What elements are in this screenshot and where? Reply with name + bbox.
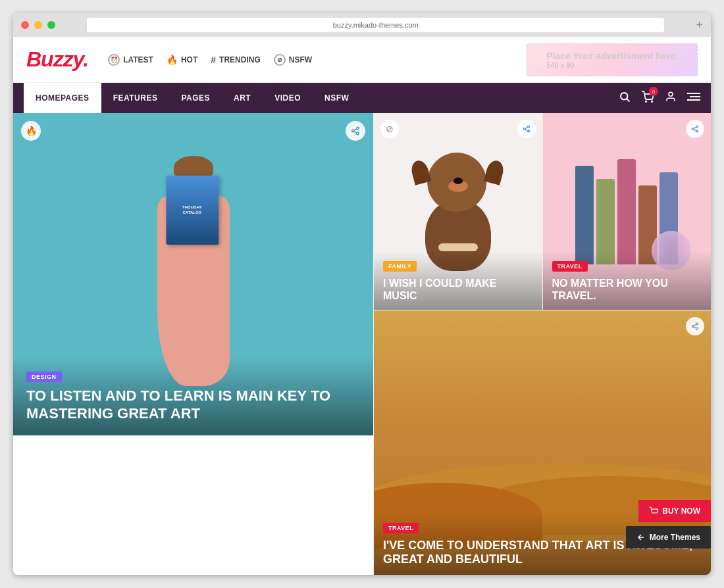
card-dog[interactable]: ⊘ FAMILY I WISH I COULD MAKE MUSIC <box>373 113 542 310</box>
svg-point-3 <box>652 101 653 103</box>
svg-line-12 <box>354 129 357 130</box>
hot-icon: 🔥 <box>21 121 41 141</box>
url-text: buzzy.mikado-themes.com <box>333 21 419 29</box>
svg-point-4 <box>669 92 673 96</box>
travel-badge-books: TRAVEL <box>552 261 588 272</box>
svg-line-22 <box>694 127 696 128</box>
nav-latest-label: LATEST <box>123 55 153 64</box>
nav-latest[interactable]: ⏰ LATEST <box>108 54 153 66</box>
browser-window: buzzy.mikado-themes.com + Buzzy. ⏰ LATES… <box>13 13 711 575</box>
family-badge: FAMILY <box>383 261 417 272</box>
menu-button[interactable] <box>687 92 700 104</box>
site-logo[interactable]: Buzzy. <box>26 47 88 72</box>
minimize-button[interactable] <box>34 21 42 29</box>
main-navigation: HOMEPAGES FEATURES PAGES ART VIDEO NSFW <box>13 83 711 113</box>
card-main-large[interactable]: THOUGHTCATALOG 🔥 D <box>13 113 373 435</box>
desert-share-icon[interactable] <box>686 317 704 335</box>
nav-nsfw[interactable]: ⊘ NSFW <box>274 54 312 66</box>
hash-icon: # <box>211 55 216 65</box>
close-button[interactable] <box>21 21 29 29</box>
svg-point-13 <box>527 126 529 128</box>
svg-point-10 <box>357 132 359 135</box>
svg-point-18 <box>696 126 698 128</box>
svg-point-9 <box>352 130 355 132</box>
maximize-button[interactable] <box>47 21 55 29</box>
ad-text: Place Your advertisment here. 540 x 90 <box>546 51 677 69</box>
svg-line-11 <box>354 132 357 133</box>
card-books-title: NO MATTER HOW YOU TRAVEL. <box>552 277 702 302</box>
no-icon: ⊘ <box>274 54 286 66</box>
svg-line-17 <box>525 127 527 128</box>
svg-point-24 <box>692 326 694 328</box>
nav-art-label: ART <box>234 93 251 103</box>
card-dog-title: I WISH I COULD MAKE MUSIC <box>383 277 533 302</box>
browser-titlebar: buzzy.mikado-themes.com + <box>13 13 711 37</box>
cart-badge: 0 <box>649 87 658 96</box>
card-books-overlay: TRAVEL NO MATTER HOW YOU TRAVEL. <box>543 251 711 310</box>
svg-line-1 <box>627 99 629 101</box>
nsfw-icon: ⊘ <box>380 120 399 138</box>
ad-banner[interactable]: Place Your advertisment here. 540 x 90 <box>527 43 698 76</box>
books-share-icon[interactable] <box>686 120 704 138</box>
user-button[interactable] <box>665 91 677 105</box>
new-tab-button[interactable]: + <box>696 18 703 32</box>
buy-now-label: BUY NOW <box>662 506 700 516</box>
cart-button[interactable]: 0 <box>641 91 654 105</box>
main-nav-items: HOMEPAGES FEATURES PAGES ART VIDEO NSFW <box>24 83 619 113</box>
fire-icon: 🔥 <box>167 55 178 65</box>
right-top-row: ⊘ FAMILY I WISH I COULD MAKE MUSIC <box>373 113 711 310</box>
design-badge: DESIGN <box>26 372 62 382</box>
svg-point-20 <box>696 130 698 132</box>
svg-line-26 <box>694 327 696 328</box>
nav-pages[interactable]: PAGES <box>169 83 222 113</box>
buy-now-button[interactable]: BUY NOW <box>638 500 711 522</box>
nav-trending-label: TRENDING <box>219 55 261 64</box>
nav-homepages[interactable]: HOMEPAGES <box>24 83 101 113</box>
nav-features[interactable]: FEATURES <box>101 83 170 113</box>
svg-point-25 <box>696 328 698 330</box>
clock-icon: ⏰ <box>108 54 120 66</box>
search-button[interactable] <box>619 91 631 105</box>
svg-point-0 <box>621 93 628 100</box>
nav-art[interactable]: ART <box>222 83 263 113</box>
share-icon[interactable] <box>346 121 365 141</box>
card-books[interactable]: TRAVEL NO MATTER HOW YOU TRAVEL. <box>542 113 711 310</box>
svg-line-27 <box>694 324 696 326</box>
nav-hot[interactable]: 🔥 HOT <box>167 55 197 65</box>
dog-share-icon[interactable] <box>517 120 536 138</box>
svg-point-2 <box>646 101 647 103</box>
svg-point-19 <box>692 128 694 130</box>
card-dog-overlay: FAMILY I WISH I COULD MAKE MUSIC <box>374 251 542 310</box>
nav-features-label: FEATURES <box>113 93 158 103</box>
more-themes-label: More Themes <box>650 533 700 542</box>
url-bar[interactable]: buzzy.mikado-themes.com <box>87 18 664 32</box>
nav-trending[interactable]: # TRENDING <box>211 55 260 65</box>
site-content: Buzzy. ⏰ LATEST 🔥 HOT # TRENDING <box>13 37 711 575</box>
card-large-title: TO LISTEN AND TO LEARN IS MAIN KEY TO MA… <box>26 387 360 422</box>
header-nav: ⏰ LATEST 🔥 HOT # TRENDING ⊘ NSFW <box>108 54 527 66</box>
svg-point-15 <box>527 130 529 132</box>
nav-nsfw-main[interactable]: NSFW <box>313 83 361 113</box>
svg-line-21 <box>694 130 696 131</box>
nav-homepages-label: HOMEPAGES <box>36 93 90 103</box>
nav-nsfw-main-label: NSFW <box>324 93 349 103</box>
nav-video-label: VIDEO <box>274 93 301 103</box>
main-nav-actions: 0 <box>619 91 700 105</box>
content-grid: THOUGHTCATALOG 🔥 D <box>13 113 711 575</box>
svg-point-14 <box>523 128 525 130</box>
svg-point-23 <box>696 323 698 325</box>
svg-point-8 <box>357 127 359 130</box>
site-header: Buzzy. ⏰ LATEST 🔥 HOT # TRENDING <box>13 37 711 83</box>
nav-video[interactable]: VIDEO <box>263 83 313 113</box>
nav-pages-label: PAGES <box>181 93 210 103</box>
nav-hot-label: HOT <box>181 55 197 64</box>
travel-badge-desert: TRAVEL <box>383 523 419 533</box>
svg-line-16 <box>525 130 527 131</box>
nav-nsfw-label: NSFW <box>289 55 312 64</box>
more-themes-button[interactable]: More Themes <box>626 526 711 549</box>
